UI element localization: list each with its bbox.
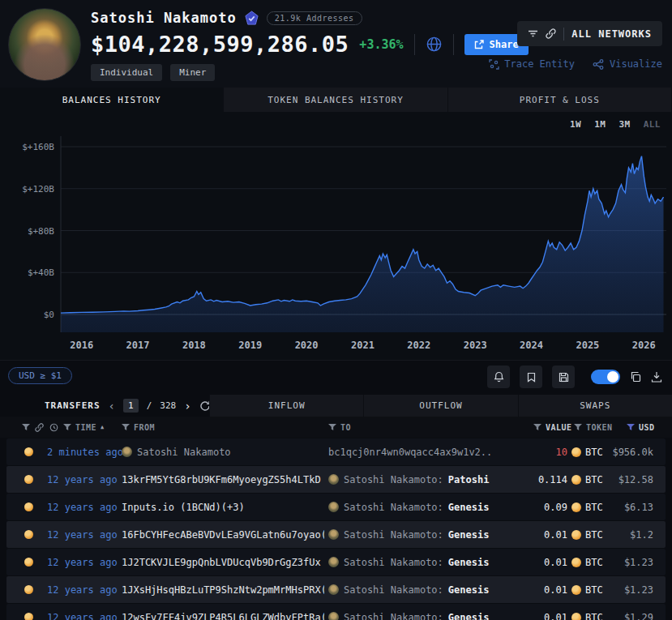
tx-to[interactable]: Satoshi Nakamoto:Patoshi Mining Wa… [328, 466, 490, 493]
balance-change-percent: +3.36% [359, 37, 403, 52]
verified-badge-icon [244, 11, 259, 26]
entity-avatar-small [328, 612, 339, 620]
page-next-button[interactable]: › [184, 400, 190, 412]
entity-avatar[interactable] [8, 8, 81, 81]
tab-inflow[interactable]: INFLOW [209, 395, 363, 417]
entity-avatar-small [328, 502, 339, 512]
table-row[interactable]: 2 minutes ago Satoshi Nakamoto bc1qcj0nr… [6, 438, 666, 465]
link-icon[interactable] [35, 417, 44, 438]
svg-text:2020: 2020 [295, 340, 319, 351]
btc-chain-icon [24, 604, 33, 620]
entity-avatar-small [328, 529, 339, 540]
tab-outflow[interactable]: OUTFLOW [363, 395, 517, 417]
chart-toolbar: USD ≥ $1 [0, 361, 672, 395]
download-icon[interactable] [651, 371, 662, 383]
svg-text:2021: 2021 [351, 340, 375, 351]
save-button[interactable] [552, 366, 575, 388]
entity-name: Satoshi Nakamoto [91, 10, 237, 26]
table-row[interactable]: 12 years ago 13krFM5YtG8rbU9KFm6MyoeygZS… [6, 466, 666, 493]
svg-text:2026: 2026 [632, 340, 656, 351]
table-row[interactable]: 12 years ago 1J2TCKVJLE9gpQnbLVDUcqVb9Dr… [6, 549, 666, 575]
floppy-icon [559, 372, 569, 383]
tx-to[interactable]: Satoshi Nakamoto:Genesis Block Min… [328, 494, 490, 520]
entity-avatar-small [122, 447, 132, 457]
copy-icon[interactable] [630, 371, 641, 383]
tx-to[interactable]: Satoshi Nakamoto:Genesis Block Min… [328, 549, 490, 575]
tx-from[interactable]: 13krFM5YtG8rbU9KFm6MyoeygZS5h4LTkD [122, 466, 324, 493]
btc-token-icon [571, 530, 581, 540]
tab-token-balances-history[interactable]: TOKEN BALANCES HISTORY [224, 88, 447, 112]
tag-miner[interactable]: Miner [170, 64, 215, 81]
btc-chain-icon [24, 549, 33, 575]
tx-to[interactable]: bc1qcj0nr4wn0wqacc4ax9w1v2... [328, 438, 490, 465]
column-time[interactable]: TIME ▲ [63, 417, 105, 438]
tag-individual[interactable]: Individual [91, 64, 162, 81]
tx-to[interactable]: Satoshi Nakamoto:Genesis Block Min… [328, 604, 490, 620]
entity-avatar-small [328, 474, 339, 485]
flow-tabbar: INFLOW OUTFLOW SWAPS [209, 395, 672, 417]
alert-button[interactable] [487, 366, 510, 388]
transfers-header: TRANSFERS ‹ 1 / 328 › INFLOW OUTFLOW SWA… [0, 395, 672, 417]
column-to[interactable]: TO [328, 417, 351, 438]
tab-swaps[interactable]: SWAPS [518, 395, 672, 417]
chart-toggle[interactable] [591, 370, 620, 384]
tab-profit-loss[interactable]: PROFIT & LOSS [448, 88, 672, 112]
all-networks-label: ALL NETWORKS [571, 28, 652, 40]
tx-value: 0.09 [493, 494, 567, 520]
globe-icon[interactable] [426, 36, 443, 53]
table-row[interactable]: 12 years ago Inputs.io (1BCNd)(+3) Satos… [6, 494, 666, 520]
btc-chain-icon [24, 438, 33, 465]
tab-balances-history[interactable]: BALANCES HISTORY [0, 88, 224, 112]
bookmark-button[interactable] [520, 366, 542, 388]
tx-value: 0.01 [493, 576, 567, 603]
column-value[interactable]: VALUE [533, 417, 572, 438]
tx-to[interactable]: Satoshi Nakamoto:Genesis Block Min… [328, 521, 490, 548]
btc-chain-icon [24, 521, 33, 548]
transfers-table: 2 minutes ago Satoshi Nakamoto bc1qcj0nr… [0, 438, 672, 620]
svg-text:2017: 2017 [126, 340, 150, 351]
tx-usd: $1.23 [600, 549, 653, 575]
tx-usd: $1.23 [600, 576, 653, 603]
trace-entity-button[interactable]: Trace Entity [489, 58, 575, 70]
btc-token-icon [571, 447, 581, 457]
svg-text:$+120B: $+120B [22, 184, 54, 195]
table-row[interactable]: 12 years ago 1JXsHjHsqHBzLuTP9ShzNtw2pmM… [6, 576, 666, 603]
share-icon [474, 40, 484, 49]
tx-value: 0.01 [493, 521, 567, 548]
sort-asc-icon: ▲ [101, 424, 105, 430]
entity-avatar-small [328, 584, 339, 595]
usd-filter-chip[interactable]: USD ≥ $1 [8, 367, 72, 384]
column-from[interactable]: FROM [122, 417, 155, 438]
svg-text:$+160B: $+160B [22, 142, 54, 152]
btc-chain-icon [24, 494, 33, 520]
transfers-column-headers: TIME ▲ FROM TO VALUE TOKEN USD [0, 417, 672, 438]
page-separator: / [147, 400, 152, 411]
tx-from[interactable]: Inputs.io (1BCNd)(+3) [122, 494, 324, 520]
tx-from[interactable]: 1J2TCKVJLE9gpQnbLVDUcqVb9DrGgZ3fUx [122, 549, 324, 575]
balance-chart-svg[interactable]: $+160B$+120B$+80B$+40B$0 201620172018201… [0, 126, 672, 359]
clock-icon[interactable] [49, 417, 58, 438]
tx-from[interactable]: 1JXsHjHsqHBzLuTP9ShzNtw2pmMrMHsPRX(+1) [122, 576, 324, 603]
table-row[interactable]: 12 years ago 16FbCYHFecABeBVDvLEa9VGLatn… [6, 521, 666, 548]
trace-icon [489, 59, 499, 70]
svg-text:2024: 2024 [520, 340, 543, 351]
table-row[interactable]: 12 years ago 12wsFv7FF4jv9ZLP4R5L6LGLZWd… [6, 604, 666, 620]
filter-icon[interactable] [22, 417, 30, 438]
visualize-button[interactable]: Visualize [593, 58, 662, 70]
chart-area [61, 156, 664, 332]
network-selector[interactable]: ALL NETWORKS [517, 21, 662, 46]
divider [563, 28, 564, 41]
page-total: 328 [160, 400, 176, 411]
tx-usd: $1.2 [600, 521, 653, 548]
svg-text:2025: 2025 [576, 340, 599, 351]
column-token[interactable]: TOKEN [574, 417, 613, 438]
column-usd[interactable]: USD [627, 417, 655, 438]
tx-to[interactable]: Satoshi Nakamoto:Genesis Block Min… [328, 576, 490, 603]
tx-from[interactable]: Satoshi Nakamoto [122, 438, 324, 465]
page-prev-button[interactable]: ‹ [109, 400, 115, 412]
tx-from[interactable]: 16FbCYHFecABeBVDvLEa9VGLatn6u7oyao(+1) [122, 521, 324, 548]
tx-value: 0.01 [493, 604, 567, 620]
divider [453, 34, 454, 55]
tx-from[interactable]: 12wsFv7FF4jv9ZLP4R5L6LGLZWdbyFPtRa(+1) [122, 604, 324, 620]
addresses-count-badge[interactable]: 21.9k Addresses [267, 11, 362, 25]
